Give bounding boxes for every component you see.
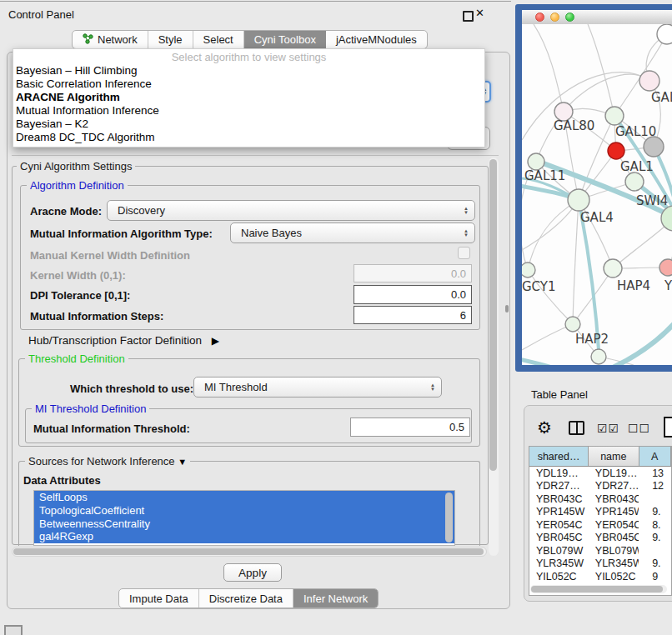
mi-type-value: Naive Bayes bbox=[241, 227, 302, 239]
network-node[interactable] bbox=[528, 153, 544, 170]
table-cell: 13 bbox=[639, 468, 671, 479]
settings-vertical-scrollbar[interactable] bbox=[489, 158, 499, 556]
which-threshold-combo[interactable]: MI Threshold ▲▼ bbox=[193, 377, 442, 398]
table-row[interactable]: YER054CYER054C8. bbox=[529, 518, 671, 532]
split-pane-grip[interactable] bbox=[505, 305, 509, 312]
tab-impute-data[interactable]: Impute Data bbox=[119, 589, 199, 608]
network-node[interactable] bbox=[659, 259, 672, 276]
export-table-icon[interactable] bbox=[664, 417, 672, 438]
column-header-shared-name[interactable]: shared… bbox=[529, 447, 589, 466]
tab-network[interactable]: Network bbox=[73, 31, 148, 48]
tab-cyni-toolbox[interactable]: Cyni Toolbox bbox=[244, 31, 326, 48]
tab-style-label: Style bbox=[158, 33, 183, 46]
network-node[interactable] bbox=[605, 107, 624, 125]
section-divider bbox=[12, 155, 499, 156]
tab-network-label: Network bbox=[98, 33, 138, 46]
algorithm-menu-item[interactable]: Dream8 DC_TDC Algorithm bbox=[13, 131, 484, 144]
table-row[interactable]: YBL079WYBL079W bbox=[529, 544, 671, 558]
network-node[interactable] bbox=[644, 137, 664, 157]
network-canvas[interactable]: GALGAL80GAL10GAL1SWI4GAL11GAL4GCY1HAP4YH… bbox=[522, 24, 672, 365]
sources-group-title[interactable]: Sources for Network Inference ▼ bbox=[25, 455, 190, 468]
table-cell: 12 bbox=[639, 480, 671, 492]
column-visibility-icon[interactable] bbox=[569, 421, 584, 435]
network-node[interactable] bbox=[657, 24, 672, 44]
table-cell: 9. bbox=[639, 532, 671, 543]
network-node[interactable] bbox=[625, 172, 644, 191]
manual-kernel-label: Manual Kernel Width Definition bbox=[30, 249, 190, 262]
mi-steps-field[interactable]: 6 bbox=[354, 306, 472, 324]
algorithm-definition-title: Algorithm Definition bbox=[27, 179, 128, 192]
algorithm-menu-item[interactable]: Bayesian – Hill Climbing bbox=[13, 64, 484, 78]
network-node[interactable] bbox=[591, 349, 606, 364]
attribute-list-item[interactable]: SelfLoops bbox=[34, 491, 454, 504]
collapse-down-arrow-icon: ▼ bbox=[178, 457, 187, 467]
dpi-tolerance-field[interactable]: 0.0 bbox=[354, 285, 472, 304]
tab-style[interactable]: Style bbox=[148, 31, 193, 48]
tab-infer-network[interactable]: Infer Network bbox=[293, 589, 378, 608]
application-window: Control Panel ✕ Network Style Select bbox=[0, 0, 672, 635]
table-body: YDL19…YDL19…13YDR27…YDR27…12YBR043CYBR04… bbox=[529, 467, 671, 583]
table-cell: YDL19… bbox=[529, 468, 589, 479]
column-header-name[interactable]: name bbox=[589, 447, 639, 466]
table-row[interactable]: YBR045CYBR045C9. bbox=[529, 532, 671, 545]
table-row[interactable]: YLR345WYLR345W9. bbox=[529, 558, 671, 571]
close-panel-icon[interactable]: ✕ bbox=[475, 7, 484, 19]
table-cell: 9 bbox=[639, 571, 671, 582]
mi-type-combo[interactable]: Naive Bayes ▲▼ bbox=[230, 222, 475, 243]
column-header-partial[interactable]: A bbox=[639, 447, 671, 466]
apply-button[interactable]: Apply bbox=[223, 563, 282, 582]
tab-select[interactable]: Select bbox=[193, 31, 244, 48]
table-row[interactable]: YDR27…YDR27…12 bbox=[529, 480, 671, 493]
kernel-width-field[interactable]: 0.0 bbox=[354, 264, 472, 282]
select-all-checkboxes-icon[interactable]: ☑☑ bbox=[597, 422, 619, 435]
network-node[interactable] bbox=[604, 259, 622, 278]
table-row[interactable]: YBR043CYBR043C bbox=[529, 492, 671, 506]
minimize-window-icon[interactable] bbox=[550, 12, 559, 22]
table-row[interactable]: YDL19…YDL19…13 bbox=[529, 467, 671, 480]
table-cell: YBL079W bbox=[529, 545, 589, 557]
tab-select-label: Select bbox=[203, 33, 233, 46]
network-window-titlebar[interactable] bbox=[522, 10, 672, 25]
node-label: HAP4 bbox=[617, 278, 650, 293]
network-edge bbox=[613, 318, 672, 365]
network-node[interactable] bbox=[608, 142, 624, 159]
aracne-mode-combo[interactable]: Discovery ▲▼ bbox=[107, 200, 475, 221]
table-cell: 9. bbox=[639, 558, 671, 569]
settings-horizontal-scrollbar[interactable] bbox=[12, 547, 487, 557]
network-node[interactable] bbox=[565, 317, 580, 332]
float-panel-icon[interactable] bbox=[463, 11, 474, 22]
network-node[interactable] bbox=[522, 262, 535, 278]
attribute-list-item[interactable]: gal4RGexp bbox=[34, 530, 454, 543]
algorithm-menu-item[interactable]: Basic Correlation Inference bbox=[13, 78, 484, 91]
table-settings-gear-icon[interactable]: ⚙ bbox=[537, 418, 552, 438]
tab-discretize-data[interactable]: Discretize Data bbox=[199, 589, 293, 608]
table-cell: YBR043C bbox=[589, 493, 639, 505]
zoom-window-icon[interactable] bbox=[565, 12, 574, 22]
table-horizontal-scrollbar[interactable] bbox=[530, 585, 667, 593]
network-edge bbox=[573, 200, 579, 324]
table-row[interactable]: YPR145WYPR145W9. bbox=[529, 506, 671, 519]
network-node[interactable] bbox=[639, 71, 659, 91]
node-label: GAL80 bbox=[554, 118, 594, 133]
sources-title-label: Sources for Network Inference bbox=[28, 455, 175, 468]
tab-jactivemnodules[interactable]: jActiveMNodules bbox=[326, 31, 427, 48]
mi-threshold-group-title: MI Threshold Definition bbox=[32, 402, 149, 415]
attribute-list-item[interactable]: BetweennessCentrality bbox=[34, 518, 454, 531]
hub-definition-expander[interactable]: Hub/Transcription Factor Definition ▶ bbox=[28, 334, 219, 347]
minimized-panel-button[interactable] bbox=[4, 625, 23, 635]
table-row[interactable]: YIL052CYIL052C9 bbox=[529, 570, 671, 583]
table-cell: YBR045C bbox=[529, 532, 589, 543]
close-window-icon[interactable] bbox=[535, 12, 544, 22]
manual-kernel-checkbox[interactable] bbox=[458, 247, 470, 259]
which-threshold-value: MI Threshold bbox=[204, 381, 268, 393]
attribute-list-item[interactable]: TopologicalCoefficient bbox=[34, 504, 454, 518]
network-node[interactable] bbox=[568, 189, 589, 211]
data-attributes-list[interactable]: SelfLoopsTopologicalCoefficientBetweenne… bbox=[33, 490, 455, 546]
algorithm-menu-item[interactable]: Mutual Information Inference bbox=[13, 104, 484, 118]
list-vertical-scrollbar[interactable] bbox=[445, 492, 453, 542]
deselect-all-checkboxes-icon[interactable]: ☐☐ bbox=[628, 422, 650, 435]
mi-threshold-field[interactable]: 0.5 bbox=[350, 418, 470, 437]
algorithm-menu-item[interactable]: ARACNE Algorithm bbox=[13, 91, 484, 104]
algorithm-menu-item[interactable]: Bayesian – K2 bbox=[13, 118, 484, 131]
tab-impute-data-label: Impute Data bbox=[129, 592, 188, 605]
